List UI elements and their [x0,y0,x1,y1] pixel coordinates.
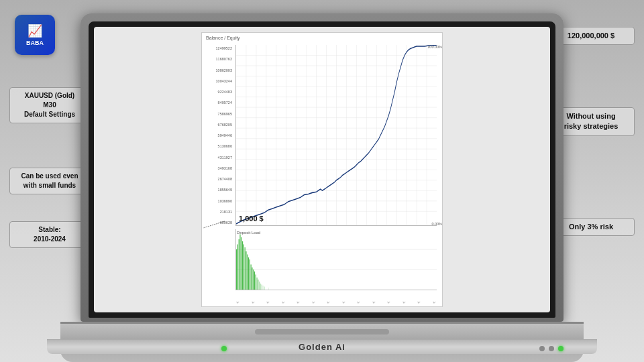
y-label: 4311927 [203,156,234,160]
svg-rect-37 [236,249,237,290]
svg-rect-42 [242,241,243,290]
chart-title: Balance / Equity [206,36,240,40]
stable-text: Stable: 2010-2024 [34,226,66,243]
svg-rect-54 [256,278,257,290]
chart-main [235,45,437,226]
screen-content: Balance / Equity 12499522 11680762 10862… [94,27,550,312]
right-y-top: 100.00% [427,45,442,49]
chart-area: Balance / Equity 12499522 11680762 10862… [201,32,443,307]
logo-icon: 📈 [28,23,42,38]
y-axis: 12499522 11680762 10862003 10043244 9224… [202,45,235,226]
y-label: 12499522 [203,46,234,50]
laptop-base-groove [255,329,389,335]
svg-rect-51 [253,269,254,290]
svg-rect-53 [256,275,256,290]
svg-rect-47 [248,257,249,290]
start-value-annotation: 1,000 $ [239,215,264,223]
svg-rect-43 [244,245,244,290]
svg-rect-39 [239,239,239,290]
svg-rect-41 [241,237,241,290]
start-value-text: 1,000 $ [239,215,264,223]
svg-rect-57 [260,284,261,290]
screen-bezel: Balance / Equity 12499522 11680762 10862… [89,21,555,318]
stable-label: Stable: 2010-2024 [9,221,90,248]
instrument-text: XAUUSD (Gold) M30 Default Settings [24,92,75,118]
y-label: 9224483 [203,90,234,94]
y-label: 218131 [203,210,234,214]
svg-rect-52 [254,272,255,290]
led-green-left [221,346,227,351]
svg-rect-59 [262,286,263,290]
y-label: 8405724 [203,101,234,105]
y-label: 10862003 [203,68,234,72]
instrument-label: XAUUSD (Gold) M30 Default Settings [9,87,90,123]
bottom-title: Golden Ai [299,342,345,352]
svg-rect-46 [247,255,248,290]
dot-1 [539,346,545,351]
y-label: 3493168 [203,166,234,170]
small-funds-label: Can be used even with small funds [9,168,90,194]
risk-text: Only 3% risk [569,223,613,231]
y-label: 2674408 [203,177,234,181]
svg-rect-61 [268,288,269,290]
y-label: 5949446 [203,133,234,137]
svg-rect-40 [239,235,240,290]
y-label: 7586965 [203,112,234,116]
svg-rect-60 [264,287,265,290]
laptop-bottom-bar: Golden Ai [47,339,597,354]
svg-rect-38 [237,245,238,290]
y-label: 5130686 [203,144,234,148]
right-y-bottom: 0.00% [431,222,442,226]
small-funds-text: Can be used even with small funds [21,172,78,189]
svg-rect-50 [252,267,252,290]
laptop-screen-outer: Balance / Equity 12499522 11680762 10862… [80,13,564,322]
y-label: 10043244 [203,79,234,83]
y-label: 1855649 [203,188,234,192]
y-label: -600628 [203,221,234,225]
no-risky-text: Without using risky strategies [564,112,619,130]
screen-dots [539,346,564,351]
end-value-text: 120,000,000 $ [568,32,614,40]
y-label: 1036890 [203,199,234,203]
y-label: 11680762 [203,57,234,61]
y-label: 6768205 [203,123,234,127]
chart-sub [235,229,437,290]
svg-rect-45 [246,251,246,290]
dot-2 [549,346,554,351]
svg-rect-44 [245,247,246,290]
svg-rect-49 [251,265,252,290]
svg-rect-55 [258,280,258,290]
svg-rect-48 [250,259,250,290]
logo-text: BABA [26,40,44,46]
svg-rect-56 [259,282,260,290]
svg-rect-58 [262,285,262,290]
dot-3-green [558,346,564,351]
logo-box: 📈 BABA [15,15,55,55]
scene: 📈 BABA XAUUSD (Gold) M30 Default Setting… [0,0,644,362]
